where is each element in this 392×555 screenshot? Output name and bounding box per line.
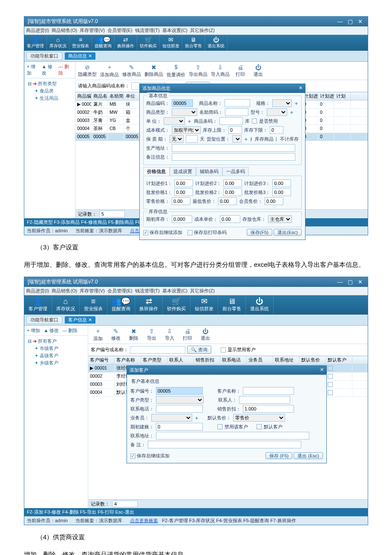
type-select[interactable] — [156, 396, 204, 404]
tb-btn-添加[interactable]: ＋添加 — [91, 327, 105, 342]
menu-item[interactable]: 其它操作(Z) — [190, 288, 215, 293]
stock-method-b-radio[interactable] — [276, 137, 277, 142]
tb-btn-导出商品[interactable]: ⇧导出商品 — [189, 64, 208, 78]
menu-item[interactable]: 商品销售(O) — [52, 28, 77, 33]
contact-input[interactable] — [239, 396, 290, 404]
shelfpos-add-icon[interactable]: ＋ — [244, 136, 248, 142]
tb-btn-退出[interactable]: ⏻退出 — [198, 328, 213, 341]
left-tb-btn[interactable]: — 删除 — [62, 327, 78, 334]
tab-nav[interactable]: 功能导航窗口 — [26, 316, 62, 324]
tb-btn-打印[interactable]: 🖨打印 — [233, 64, 248, 78]
defprice-select[interactable]: 零售价 — [233, 414, 285, 422]
tb-btn-修改商品[interactable]: ✎修改商品 — [122, 64, 141, 78]
ribbon-营业报表[interactable]: ≡营业报表 — [69, 35, 92, 51]
menubar[interactable]: 商品进货(I)商品销售(O)库存管理(V)会员管理(E)钱流管理(T)基本设置(… — [24, 287, 368, 295]
initstock-input[interactable] — [172, 215, 192, 223]
ribbon-退出系统[interactable]: ⏻退出系统 — [205, 35, 228, 51]
ribbon-软件购买[interactable]: 🛒软件购买 — [137, 35, 160, 51]
ribbon-换班操作[interactable]: ⇄换班操作 — [135, 295, 163, 315]
pin-input[interactable] — [225, 108, 248, 116]
menu-item[interactable]: 会员管理(E) — [107, 28, 133, 33]
col-header[interactable]: 单位 — [124, 92, 140, 100]
memo-input[interactable] — [172, 153, 295, 161]
search-input[interactable] — [130, 346, 185, 354]
tb-btn-打印[interactable]: 🖨打印 — [180, 328, 195, 341]
phone-input[interactable] — [156, 405, 203, 413]
init-input[interactable] — [156, 423, 203, 431]
costprice-input[interactable] — [220, 215, 240, 223]
tb-btn-隐藏类型[interactable]: ⊘隐藏类型 — [78, 64, 97, 78]
save-button[interactable]: 保存(F5) — [247, 229, 272, 236]
whole1-input[interactable] — [174, 188, 193, 196]
ribbon-短信群发[interactable]: ✉短信群发 — [160, 35, 182, 51]
model-select[interactable] — [267, 108, 287, 116]
tb-btn-修改[interactable]: ✎修改 — [109, 328, 123, 341]
price-tab[interactable]: 一品多码 — [222, 167, 249, 176]
left-tb-btn[interactable]: — 删除 — [58, 64, 72, 76]
show-disabled-checkbox[interactable] — [221, 347, 226, 353]
window-controls[interactable]: — ▢ ✕ — [337, 279, 364, 285]
tb-btn-导出[interactable]: ⇧导出 — [144, 328, 159, 341]
ribbon-客户管理[interactable]: 👤客户管理 — [24, 295, 52, 315]
col-header[interactable]: 计划进价2 — [318, 92, 334, 100]
switch-account-link[interactable]: 点击更换账套 — [130, 518, 158, 523]
menu-item[interactable]: 库存管理(V) — [80, 28, 105, 33]
warehouse-select[interactable]: 主仓库 — [268, 215, 292, 223]
customer-tree[interactable]: ⊟ ➔ 所有客户 ✦ 市级客户✦ 县级客户✦ 乡级客户 — [24, 336, 88, 368]
ribbon-软件购买[interactable]: 🛒软件购买 — [163, 295, 190, 315]
print-barcode-checkbox[interactable] — [187, 230, 193, 235]
lower-input[interactable] — [270, 126, 283, 134]
ribbon-前台零售[interactable]: 🖥前台零售 — [182, 35, 205, 51]
ribbon-短信群发[interactable]: ✉短信群发 — [190, 295, 218, 315]
menu-item[interactable]: 库存管理(V) — [80, 288, 105, 293]
whole3-input[interactable] — [272, 188, 291, 196]
plan2-input[interactable] — [223, 179, 242, 187]
col-header[interactable]: 客户类型 — [141, 356, 167, 364]
window-controls[interactable]: — ▢ ✕ — [337, 18, 364, 25]
left-tb-btn[interactable]: ▲ 修改 — [42, 64, 56, 76]
menu-item[interactable]: 其它操作(Z) — [190, 28, 215, 33]
disc-input[interactable] — [243, 405, 294, 413]
tree-node[interactable]: ✦ 食品类 — [27, 87, 72, 95]
menu-item[interactable]: 会员管理(E) — [107, 288, 133, 293]
name-input[interactable] — [243, 387, 294, 395]
cost-select[interactable]: 加权平均法 — [172, 126, 201, 134]
left-tb-btn[interactable]: + 增加 — [27, 327, 40, 334]
price-tab[interactable]: 提成设置 — [170, 167, 196, 176]
name-input[interactable] — [225, 99, 250, 107]
whole2-input[interactable] — [223, 188, 242, 196]
close-icon[interactable]: ✕ — [299, 85, 303, 92]
price-tab[interactable]: 价格信息 — [143, 167, 170, 176]
plan3-input[interactable] — [272, 179, 291, 187]
continue-checkbox[interactable] — [143, 230, 148, 235]
tree-root[interactable]: 所有客户 — [38, 338, 57, 344]
menu-item[interactable]: 钱流管理(T) — [135, 28, 160, 33]
col-header[interactable]: 默认售价 — [300, 356, 326, 364]
ribbon-退出系统[interactable]: ⏻退出系统 — [246, 295, 274, 315]
close-icon[interactable]: ✕ — [320, 367, 324, 373]
shelf-select[interactable]: 无 — [170, 135, 184, 143]
type-tree[interactable]: ⊟ ➔ 所有类型 ✦ 食品类✦ 生活用品 — [24, 78, 75, 104]
addr-input[interactable] — [156, 432, 309, 439]
tab-customers[interactable]: 客户信息 ✕ — [65, 316, 95, 324]
continue-checkbox[interactable] — [130, 454, 135, 459]
ribbon-前台零售[interactable]: 🖥前台零售 — [218, 295, 246, 315]
col-header[interactable]: 计划 — [334, 92, 351, 100]
menubar[interactable]: 商品进货(I)商品销售(O)库存管理(V)会员管理(E)钱流管理(T)基本设置(… — [24, 26, 368, 35]
left-tb-btn[interactable]: ▲ 修改 — [43, 327, 59, 334]
lowest-input[interactable] — [218, 197, 237, 205]
exit-button[interactable]: 退出(Esc) — [274, 229, 302, 236]
col-header[interactable]: 客户编号 — [88, 356, 115, 364]
tb-btn-批量调价[interactable]: ＄批量调价 — [167, 64, 185, 78]
col-header[interactable]: 联系电话 — [220, 356, 247, 364]
exit-button[interactable]: 退出 (Esc) — [294, 452, 323, 459]
col-header[interactable]: 商品编码 — [75, 92, 92, 100]
ribbon-营业报表[interactable]: ≡营业报表 — [80, 295, 107, 315]
tb-btn-删除[interactable]: ✖删除 — [127, 328, 141, 341]
ribbon-库存状况[interactable]: ⌂库存状况 — [52, 295, 80, 315]
tb-btn-退出[interactable]: ⏻退出 — [251, 64, 265, 78]
memo-input[interactable] — [148, 441, 301, 448]
menu-item[interactable]: 商品进货(I) — [26, 28, 49, 33]
col-header[interactable]: 业务员 — [247, 356, 273, 364]
ribbon-换班操作[interactable]: ⇄换班操作 — [115, 35, 137, 51]
